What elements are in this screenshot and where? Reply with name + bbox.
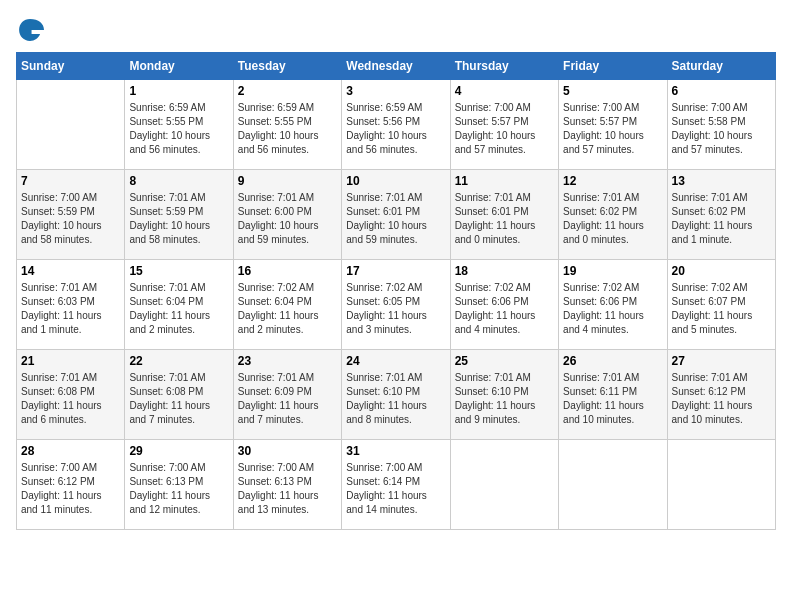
calendar-cell: 11Sunrise: 7:01 AMSunset: 6:01 PMDayligh… — [450, 170, 558, 260]
day-info: Sunrise: 7:02 AMSunset: 6:06 PMDaylight:… — [455, 281, 554, 337]
day-info: Sunrise: 7:00 AMSunset: 6:13 PMDaylight:… — [238, 461, 337, 517]
calendar-cell: 27Sunrise: 7:01 AMSunset: 6:12 PMDayligh… — [667, 350, 775, 440]
calendar-week-row: 7Sunrise: 7:00 AMSunset: 5:59 PMDaylight… — [17, 170, 776, 260]
day-info: Sunrise: 7:01 AMSunset: 6:10 PMDaylight:… — [346, 371, 445, 427]
logo-icon — [16, 16, 44, 44]
logo — [16, 16, 48, 44]
day-info: Sunrise: 7:00 AMSunset: 6:14 PMDaylight:… — [346, 461, 445, 517]
day-info: Sunrise: 7:00 AMSunset: 5:57 PMDaylight:… — [563, 101, 662, 157]
day-info: Sunrise: 6:59 AMSunset: 5:56 PMDaylight:… — [346, 101, 445, 157]
day-of-week-header: Sunday — [17, 53, 125, 80]
day-number: 25 — [455, 354, 554, 368]
day-number: 5 — [563, 84, 662, 98]
day-number: 6 — [672, 84, 771, 98]
calendar-cell: 30Sunrise: 7:00 AMSunset: 6:13 PMDayligh… — [233, 440, 341, 530]
day-info: Sunrise: 7:01 AMSunset: 6:11 PMDaylight:… — [563, 371, 662, 427]
calendar-cell: 12Sunrise: 7:01 AMSunset: 6:02 PMDayligh… — [559, 170, 667, 260]
day-info: Sunrise: 6:59 AMSunset: 5:55 PMDaylight:… — [129, 101, 228, 157]
calendar-cell: 8Sunrise: 7:01 AMSunset: 5:59 PMDaylight… — [125, 170, 233, 260]
day-number: 1 — [129, 84, 228, 98]
day-number: 26 — [563, 354, 662, 368]
day-info: Sunrise: 7:01 AMSunset: 6:02 PMDaylight:… — [672, 191, 771, 247]
calendar-cell: 6Sunrise: 7:00 AMSunset: 5:58 PMDaylight… — [667, 80, 775, 170]
calendar-cell: 9Sunrise: 7:01 AMSunset: 6:00 PMDaylight… — [233, 170, 341, 260]
day-info: Sunrise: 7:02 AMSunset: 6:06 PMDaylight:… — [563, 281, 662, 337]
calendar-cell: 26Sunrise: 7:01 AMSunset: 6:11 PMDayligh… — [559, 350, 667, 440]
calendar-table: SundayMondayTuesdayWednesdayThursdayFrid… — [16, 52, 776, 530]
day-number: 4 — [455, 84, 554, 98]
day-info: Sunrise: 7:01 AMSunset: 6:09 PMDaylight:… — [238, 371, 337, 427]
day-info: Sunrise: 7:02 AMSunset: 6:04 PMDaylight:… — [238, 281, 337, 337]
calendar-cell — [17, 80, 125, 170]
calendar-cell — [667, 440, 775, 530]
day-number: 14 — [21, 264, 120, 278]
day-info: Sunrise: 7:01 AMSunset: 6:04 PMDaylight:… — [129, 281, 228, 337]
day-info: Sunrise: 7:00 AMSunset: 6:13 PMDaylight:… — [129, 461, 228, 517]
day-number: 24 — [346, 354, 445, 368]
day-info: Sunrise: 7:02 AMSunset: 6:05 PMDaylight:… — [346, 281, 445, 337]
calendar-cell — [450, 440, 558, 530]
calendar-cell: 24Sunrise: 7:01 AMSunset: 6:10 PMDayligh… — [342, 350, 450, 440]
day-number: 10 — [346, 174, 445, 188]
day-number: 23 — [238, 354, 337, 368]
day-number: 11 — [455, 174, 554, 188]
calendar-cell: 15Sunrise: 7:01 AMSunset: 6:04 PMDayligh… — [125, 260, 233, 350]
day-info: Sunrise: 7:01 AMSunset: 6:08 PMDaylight:… — [21, 371, 120, 427]
day-info: Sunrise: 7:00 AMSunset: 5:58 PMDaylight:… — [672, 101, 771, 157]
day-number: 31 — [346, 444, 445, 458]
day-number: 18 — [455, 264, 554, 278]
day-info: Sunrise: 7:01 AMSunset: 6:12 PMDaylight:… — [672, 371, 771, 427]
day-number: 16 — [238, 264, 337, 278]
day-number: 22 — [129, 354, 228, 368]
day-info: Sunrise: 7:01 AMSunset: 6:00 PMDaylight:… — [238, 191, 337, 247]
day-number: 12 — [563, 174, 662, 188]
calendar-cell: 19Sunrise: 7:02 AMSunset: 6:06 PMDayligh… — [559, 260, 667, 350]
page-header — [16, 16, 776, 44]
day-of-week-header: Thursday — [450, 53, 558, 80]
day-number: 19 — [563, 264, 662, 278]
day-of-week-header: Tuesday — [233, 53, 341, 80]
calendar-week-row: 1Sunrise: 6:59 AMSunset: 5:55 PMDaylight… — [17, 80, 776, 170]
calendar-cell: 22Sunrise: 7:01 AMSunset: 6:08 PMDayligh… — [125, 350, 233, 440]
calendar-cell: 16Sunrise: 7:02 AMSunset: 6:04 PMDayligh… — [233, 260, 341, 350]
day-number: 27 — [672, 354, 771, 368]
calendar-cell: 4Sunrise: 7:00 AMSunset: 5:57 PMDaylight… — [450, 80, 558, 170]
day-number: 13 — [672, 174, 771, 188]
calendar-cell: 10Sunrise: 7:01 AMSunset: 6:01 PMDayligh… — [342, 170, 450, 260]
calendar-cell: 31Sunrise: 7:00 AMSunset: 6:14 PMDayligh… — [342, 440, 450, 530]
calendar-cell: 20Sunrise: 7:02 AMSunset: 6:07 PMDayligh… — [667, 260, 775, 350]
day-number: 2 — [238, 84, 337, 98]
day-number: 7 — [21, 174, 120, 188]
day-info: Sunrise: 7:01 AMSunset: 6:02 PMDaylight:… — [563, 191, 662, 247]
day-of-week-header: Wednesday — [342, 53, 450, 80]
day-info: Sunrise: 7:00 AMSunset: 5:59 PMDaylight:… — [21, 191, 120, 247]
calendar-week-row: 28Sunrise: 7:00 AMSunset: 6:12 PMDayligh… — [17, 440, 776, 530]
calendar-cell: 5Sunrise: 7:00 AMSunset: 5:57 PMDaylight… — [559, 80, 667, 170]
calendar-cell: 17Sunrise: 7:02 AMSunset: 6:05 PMDayligh… — [342, 260, 450, 350]
calendar-cell: 13Sunrise: 7:01 AMSunset: 6:02 PMDayligh… — [667, 170, 775, 260]
day-number: 3 — [346, 84, 445, 98]
calendar-cell — [559, 440, 667, 530]
day-of-week-header: Saturday — [667, 53, 775, 80]
day-info: Sunrise: 7:01 AMSunset: 6:10 PMDaylight:… — [455, 371, 554, 427]
calendar-cell: 1Sunrise: 6:59 AMSunset: 5:55 PMDaylight… — [125, 80, 233, 170]
calendar-cell: 25Sunrise: 7:01 AMSunset: 6:10 PMDayligh… — [450, 350, 558, 440]
day-info: Sunrise: 7:00 AMSunset: 5:57 PMDaylight:… — [455, 101, 554, 157]
day-info: Sunrise: 7:01 AMSunset: 6:01 PMDaylight:… — [455, 191, 554, 247]
calendar-cell: 21Sunrise: 7:01 AMSunset: 6:08 PMDayligh… — [17, 350, 125, 440]
calendar-week-row: 14Sunrise: 7:01 AMSunset: 6:03 PMDayligh… — [17, 260, 776, 350]
day-info: Sunrise: 7:01 AMSunset: 6:01 PMDaylight:… — [346, 191, 445, 247]
day-number: 8 — [129, 174, 228, 188]
day-number: 30 — [238, 444, 337, 458]
calendar-cell: 7Sunrise: 7:00 AMSunset: 5:59 PMDaylight… — [17, 170, 125, 260]
calendar-cell: 23Sunrise: 7:01 AMSunset: 6:09 PMDayligh… — [233, 350, 341, 440]
day-number: 9 — [238, 174, 337, 188]
calendar-cell: 18Sunrise: 7:02 AMSunset: 6:06 PMDayligh… — [450, 260, 558, 350]
day-info: Sunrise: 6:59 AMSunset: 5:55 PMDaylight:… — [238, 101, 337, 157]
day-number: 29 — [129, 444, 228, 458]
day-info: Sunrise: 7:00 AMSunset: 6:12 PMDaylight:… — [21, 461, 120, 517]
day-number: 28 — [21, 444, 120, 458]
day-number: 15 — [129, 264, 228, 278]
day-info: Sunrise: 7:01 AMSunset: 6:08 PMDaylight:… — [129, 371, 228, 427]
day-of-week-header: Friday — [559, 53, 667, 80]
